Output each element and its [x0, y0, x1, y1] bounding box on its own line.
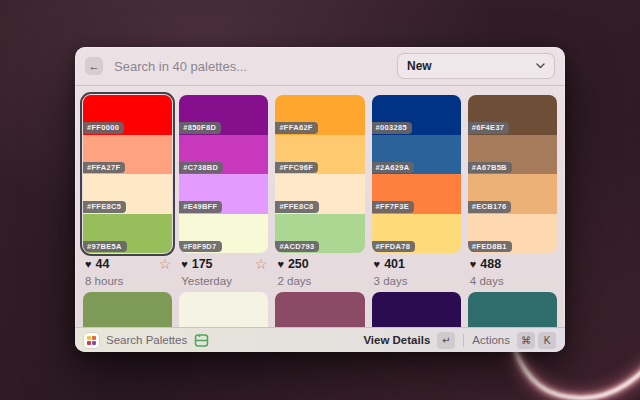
star-icon[interactable]: ☆ — [159, 257, 172, 271]
palette-card[interactable] — [372, 292, 461, 332]
palette-grid-next-row — [83, 292, 557, 332]
palette-item: #FFA62F#FFC96F#FFE8C8#ACD793♥2502 days — [275, 95, 364, 289]
palette-age: 2 days — [275, 275, 364, 287]
hex-label: #FFE8C5 — [83, 201, 126, 213]
color-swatch[interactable]: #2A629A — [372, 135, 461, 175]
heart-icon: ♥ — [277, 259, 284, 270]
color-swatch[interactable]: #A67B5B — [468, 135, 557, 175]
palette-item: #003285#2A629A#FF7F3E#FFDA78♥4013 days — [372, 95, 461, 289]
footer-divider — [463, 334, 464, 347]
palette-age: 8 hours — [83, 275, 172, 287]
icon-swatch — [87, 336, 91, 340]
icon-swatch — [92, 341, 96, 345]
color-swatch[interactable]: #FFC96F — [275, 135, 364, 175]
k-key-badge: K — [538, 332, 556, 349]
color-swatch[interactable]: #ACD793 — [275, 214, 364, 254]
color-swatch[interactable]: #FFDA78 — [372, 214, 461, 254]
enter-key-badge: ↵ — [437, 332, 455, 349]
palette-age: 4 days — [468, 275, 557, 287]
hex-label: #2A629A — [372, 162, 415, 174]
palette-item: #FF0000#FFA27F#FFE8C5#97BE5A♥44☆8 hours — [83, 95, 172, 289]
hex-label: #A67B5B — [468, 162, 512, 174]
save-palette-icon — [194, 334, 209, 347]
palette-age: Yesterday — [179, 275, 268, 287]
color-swatch[interactable]: #97BE5A — [83, 214, 172, 254]
palette-card[interactable]: #850F8D#C738BD#E49BFF#F8F9D7 — [179, 95, 268, 253]
hex-label: #97BE5A — [83, 241, 127, 253]
chevron-down-icon — [536, 63, 545, 69]
color-swatch[interactable]: #FF7F3E — [372, 174, 461, 214]
palette-grid: #FF0000#FFA27F#FFE8C5#97BE5A♥44☆8 hours#… — [83, 95, 557, 289]
hex-label: #FF7F3E — [372, 201, 414, 213]
app-name-label: Search Palettes — [106, 334, 187, 346]
heart-icon: ♥ — [374, 259, 381, 270]
color-swatch[interactable]: #FFE8C8 — [275, 174, 364, 214]
palette-meta: ♥4884 days — [468, 258, 557, 289]
palette-card[interactable] — [83, 292, 172, 332]
palette-card[interactable]: #003285#2A629A#FF7F3E#FFDA78 — [372, 95, 461, 253]
hex-label: #C738BD — [179, 162, 223, 174]
hex-label: #FFA62F — [275, 122, 317, 134]
color-swatch[interactable]: #FFA27F — [83, 135, 172, 175]
extension-icon — [84, 333, 99, 348]
sort-dropdown[interactable]: New — [397, 53, 555, 79]
star-icon[interactable]: ☆ — [255, 257, 268, 271]
palette-content: #FF0000#FFA27F#FFE8C5#97BE5A♥44☆8 hours#… — [75, 86, 565, 332]
hex-label: #FFA27F — [83, 162, 125, 174]
search-input[interactable] — [112, 58, 397, 75]
icon-swatch — [87, 341, 91, 345]
sort-dropdown-value: New — [407, 59, 536, 73]
back-button[interactable]: ← — [85, 57, 103, 75]
likes-row: ♥488 — [468, 258, 557, 271]
color-swatch[interactable]: #ECB176 — [468, 174, 557, 214]
color-swatch[interactable]: #C738BD — [179, 135, 268, 175]
palette-card[interactable] — [179, 292, 268, 332]
color-swatch[interactable]: #FFE8C5 — [83, 174, 172, 214]
color-swatch[interactable]: #6F4E37 — [468, 95, 557, 135]
color-swatch[interactable]: #FED8B1 — [468, 214, 557, 254]
likes-count: 250 — [288, 258, 309, 271]
heart-icon: ♥ — [181, 259, 188, 270]
color-swatch[interactable]: #F8F9D7 — [179, 214, 268, 254]
back-arrow-icon: ← — [89, 60, 100, 72]
likes-row: ♥401 — [372, 258, 461, 271]
hex-label: #6F4E37 — [468, 122, 510, 134]
heart-icon: ♥ — [85, 259, 92, 270]
palette-item: #6F4E37#A67B5B#ECB176#FED8B1♥4884 days — [468, 95, 557, 289]
palette-meta: ♥2502 days — [275, 258, 364, 289]
color-swatch[interactable]: #003285 — [372, 95, 461, 135]
likes-row: ♥250 — [275, 258, 364, 271]
hex-label: #ACD793 — [275, 241, 319, 253]
likes-count: 175 — [192, 258, 213, 271]
color-swatch[interactable]: #E49BFF — [179, 174, 268, 214]
hex-label: #E49BFF — [179, 201, 222, 213]
color-swatch[interactable]: #850F8D — [179, 95, 268, 135]
palette-meta: ♥44☆8 hours — [83, 258, 172, 289]
palette-card[interactable]: #6F4E37#A67B5B#ECB176#FED8B1 — [468, 95, 557, 253]
view-details-button[interactable]: View Details — [363, 334, 430, 346]
hex-label: #F8F9D7 — [179, 241, 221, 253]
color-swatch[interactable]: #FFA62F — [275, 95, 364, 135]
palette-card[interactable] — [468, 292, 557, 332]
likes-count: 44 — [96, 258, 110, 271]
palette-meta: ♥175☆Yesterday — [179, 258, 268, 289]
hex-label: #FED8B1 — [468, 241, 512, 253]
hex-label: #850F8D — [179, 122, 221, 134]
hex-label: #ECB176 — [468, 201, 512, 213]
palette-card[interactable]: #FFA62F#FFC96F#FFE8C8#ACD793 — [275, 95, 364, 253]
palette-meta: ♥4013 days — [372, 258, 461, 289]
palette-card[interactable]: #FF0000#FFA27F#FFE8C5#97BE5A — [83, 95, 172, 253]
palette-item: #850F8D#C738BD#E49BFF#F8F9D7♥175☆Yesterd… — [179, 95, 268, 289]
hex-label: #FFC96F — [275, 162, 318, 174]
heart-icon: ♥ — [470, 259, 477, 270]
icon-swatch — [92, 336, 96, 340]
footer-bar: Search Palettes View Details ↵ Actions ⌘… — [75, 327, 565, 352]
palette-search-window: ← New #FF0000#FFA27F#FFE8C5#97BE5A♥44☆8 … — [75, 47, 565, 352]
hex-label: #FFDA78 — [372, 241, 416, 253]
palette-card[interactable] — [275, 292, 364, 332]
color-swatch[interactable]: #FF0000 — [83, 95, 172, 135]
palette-age: 3 days — [372, 275, 461, 287]
search-header: ← New — [75, 47, 565, 86]
likes-count: 488 — [480, 258, 501, 271]
actions-button[interactable]: Actions — [472, 334, 510, 346]
